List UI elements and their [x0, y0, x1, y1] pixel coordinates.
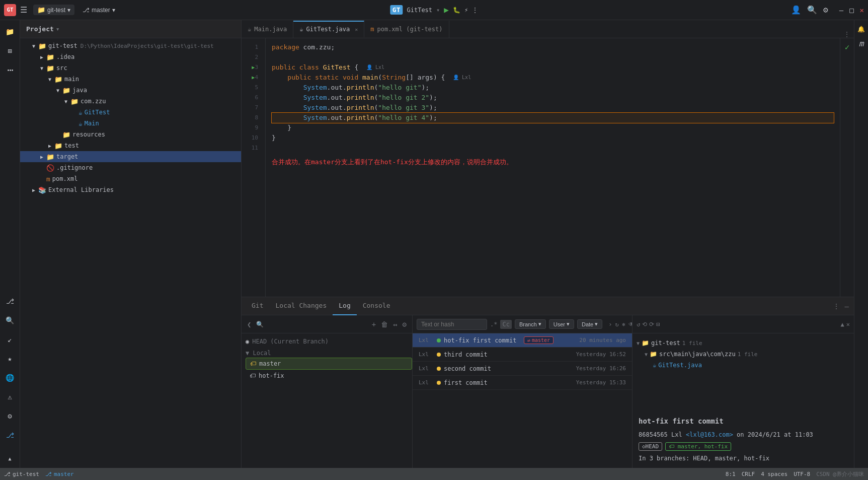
revert-icon[interactable]: ↺: [637, 321, 640, 328]
collapse-all-icon[interactable]: ❮: [246, 319, 253, 330]
log-row-3[interactable]: Lxl first commit Yesterday 15:33: [413, 376, 632, 390]
code-content[interactable]: package com.zzu; public class GitTest { …: [266, 38, 840, 297]
tree-item-external-libs[interactable]: ▶ 📚 External Libraries: [20, 184, 241, 195]
settings-icon-title[interactable]: ⚙: [823, 5, 828, 15]
title-chevron-icon[interactable]: ▾: [436, 7, 440, 14]
tree-item-java[interactable]: ▼ 📁 java: [20, 85, 241, 96]
tab-more-icon[interactable]: ⋮: [844, 31, 850, 38]
case-sensitive-icon[interactable]: Cc: [500, 320, 511, 329]
encoding-utf8[interactable]: UTF-8: [794, 471, 810, 477]
merge-icon[interactable]: ↔: [391, 319, 399, 330]
sidebar-item-arrow[interactable]: ↙: [1, 330, 19, 349]
sidebar-item-structure[interactable]: ⊞: [1, 42, 19, 60]
line-col-indicator[interactable]: 8:1: [726, 471, 736, 477]
expand-icon[interactable]: ›: [608, 321, 612, 328]
branch-master[interactable]: 🏷 master: [246, 358, 412, 370]
user-icon[interactable]: 👤: [791, 5, 801, 15]
tree-item-test[interactable]: ▶ 📁 test: [20, 140, 241, 151]
tree-item-pomxml[interactable]: m pom.xml: [20, 173, 241, 184]
sidebar-item-warning[interactable]: ⚠: [1, 388, 19, 406]
tree-item-git-test[interactable]: ▼ 📁 git-test D:\Python\IdeaProjects\git-…: [20, 40, 241, 51]
log-row-0[interactable]: Lxl hot-fix first commit ⇌ master 20 min…: [413, 333, 632, 348]
sidebar-item-git-bottom[interactable]: ⎇: [1, 426, 19, 444]
diff-icon[interactable]: ⊟: [656, 321, 660, 328]
log-msg-3: first commit: [444, 379, 556, 386]
tree-item-main[interactable]: ▼ 📁 main: [20, 74, 241, 85]
branch-status[interactable]: ⎇ master: [45, 471, 74, 477]
sidebar-item-git[interactable]: ⎇: [1, 292, 19, 310]
tree-item-src[interactable]: ▼ 📁 src: [20, 62, 241, 74]
close-button[interactable]: ✕: [860, 6, 864, 14]
folder-icon: 📁: [62, 87, 70, 94]
more-actions-icon[interactable]: ⋮: [472, 7, 478, 14]
search-icon-title[interactable]: 🔍: [807, 5, 817, 15]
right-ai-icon[interactable]: m: [855, 37, 867, 49]
sidebar-item-more[interactable]: •••: [1, 61, 19, 79]
user-filter-btn[interactable]: User ▾: [549, 319, 574, 329]
commit-hash: 86854565: [639, 431, 668, 438]
debug-icon[interactable]: 🐛: [453, 7, 460, 14]
code-line-9: }: [272, 123, 834, 133]
log-row-1[interactable]: Lxl third commit Yesterday 16:52: [413, 348, 632, 362]
sidebar-item-project[interactable]: 📁: [1, 23, 19, 41]
profile-icon[interactable]: ⚡: [464, 7, 468, 14]
tree-item-idea[interactable]: ▶ 📁 .idea: [20, 51, 241, 62]
project-chevron-icon[interactable]: ▾: [56, 25, 60, 33]
tab-log[interactable]: Log: [333, 297, 356, 315]
tree-item-comzzu[interactable]: ▼ 📁 com.zzu: [20, 96, 241, 107]
maximize-button[interactable]: □: [849, 6, 853, 14]
hamburger-menu[interactable]: ☰: [20, 5, 27, 15]
tree-item-target[interactable]: ▶ 📁 target: [20, 151, 241, 162]
tab-gittestjava[interactable]: ☕ GitTest.java ✕: [293, 21, 364, 38]
date-filter-btn[interactable]: Date ▾: [577, 319, 602, 329]
right-notifications-icon[interactable]: 🔔: [855, 23, 867, 35]
sidebar-item-search[interactable]: 🔍: [1, 311, 19, 329]
eye-icon[interactable]: 👁: [628, 321, 633, 328]
branch-hotfix[interactable]: 🏷 hot-fix: [246, 370, 412, 382]
tab-local-changes[interactable]: Local Changes: [269, 297, 333, 315]
git-status-icon[interactable]: ⎇ git-test: [4, 471, 39, 477]
regex-icon[interactable]: .*: [490, 321, 497, 328]
run-button[interactable]: ▶: [444, 5, 449, 15]
tree-srcpath[interactable]: ▼ 📁 src\main\java\com\zzu 1 file: [637, 349, 850, 360]
git-search-input[interactable]: [417, 319, 487, 330]
fetch-icon[interactable]: ⚙: [401, 319, 408, 330]
tree-item-main-class[interactable]: ☕ Main: [20, 118, 241, 129]
branch-selector[interactable]: ⎇ master ▾: [78, 5, 119, 15]
tree-item-resources[interactable]: 📁 resources: [20, 129, 241, 140]
tab-close-icon[interactable]: ✕: [355, 27, 358, 32]
sidebar-expand-icon[interactable]: ▲: [1, 449, 19, 467]
project-selector[interactable]: 📁 git-test ▾: [33, 5, 74, 15]
arrow-icon: ▼: [40, 65, 46, 71]
indent-indicator[interactable]: 4 spaces: [761, 471, 787, 477]
sidebar-item-bookmark[interactable]: ★: [1, 350, 19, 368]
tab-git[interactable]: Git: [246, 297, 269, 315]
encoding-indicator[interactable]: CRLF: [742, 471, 755, 477]
close-details-icon[interactable]: ✕: [846, 321, 850, 328]
branch-head[interactable]: ◉ HEAD (Current Branch): [242, 335, 412, 348]
up-icon[interactable]: ▲: [841, 321, 844, 328]
sidebar-item-earth[interactable]: 🌐: [1, 369, 19, 387]
undo-icon[interactable]: ⟲: [642, 321, 647, 328]
refresh-icon[interactable]: 🔍: [255, 319, 265, 329]
log-row-2[interactable]: Lxl second commit Yesterday 16:26: [413, 362, 632, 376]
tab-console[interactable]: Console: [357, 297, 397, 315]
sidebar-item-settings2[interactable]: ⚙: [1, 407, 19, 425]
commit-title: hot-fix first commit: [639, 417, 848, 425]
tree-gittestjava[interactable]: ☕ GitTest.java: [637, 360, 850, 371]
redo-icon[interactable]: ⟳: [649, 321, 654, 328]
minimize-button[interactable]: —: [839, 6, 843, 14]
tab-mainjava[interactable]: ☕ Main.java: [242, 21, 293, 38]
settings-icon-bottom[interactable]: ⋮: [832, 301, 841, 311]
tree-item-gitignore[interactable]: 🚫 .gitignore: [20, 162, 241, 173]
delete-branch-icon[interactable]: 🗑: [379, 319, 389, 330]
tree-item-gittest[interactable]: ☕ GitTest: [20, 107, 241, 118]
merge-commits-icon[interactable]: ⎈: [622, 321, 625, 328]
tab-pomxml[interactable]: m pom.xml (git-test): [364, 21, 449, 38]
refresh-log-icon[interactable]: ↻: [615, 321, 618, 328]
branch-filter-btn[interactable]: Branch ▾: [515, 319, 546, 329]
new-branch-icon[interactable]: +: [370, 319, 377, 330]
minimize-panel-icon[interactable]: —: [844, 301, 850, 311]
tree-git-test[interactable]: ▼ 📁 git-test 1 file: [637, 337, 850, 349]
log-date-2: Yesterday 16:26: [556, 365, 626, 372]
